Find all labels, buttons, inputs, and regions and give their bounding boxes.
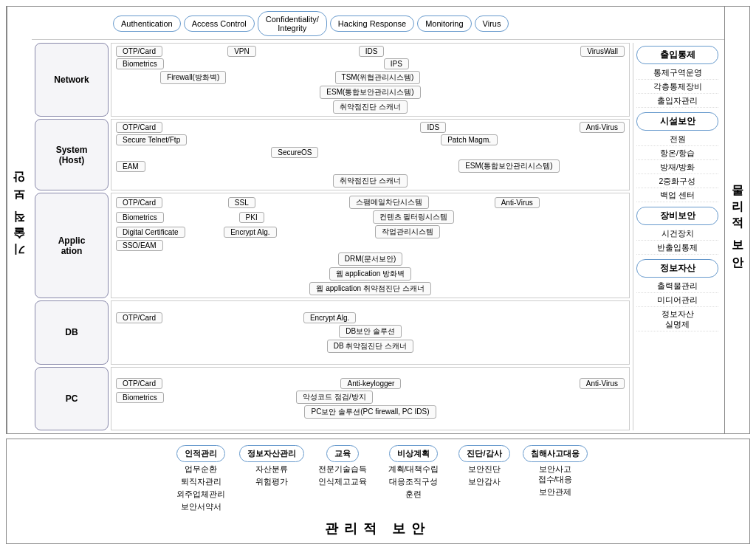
- app-r5: DRM(문서보안): [116, 252, 625, 266]
- asset-title: 정보자산: [636, 259, 718, 278]
- bottom-cat-incident: 침해사고대응 보안사고접수/대응 보안관제: [522, 445, 588, 512]
- app-ssl: SSL: [228, 197, 255, 208]
- emergency-item-2: 훈련: [405, 489, 422, 500]
- audit-title: 진단/감사: [458, 445, 509, 462]
- emergency-item-0: 계획/대책수립: [388, 464, 439, 475]
- incident-item-1: 보안관제: [539, 487, 571, 498]
- app-pki: PKI: [239, 212, 264, 223]
- app-scanner: 웹 application 취약점진단 스캐너: [309, 282, 430, 295]
- equipment-title: 장비보안: [636, 207, 718, 225]
- app-drm: DRM(문서보안): [338, 252, 402, 266]
- network-r5: 취약점진단 스캐너: [116, 100, 625, 114]
- db-otp: OTP/Card: [116, 312, 162, 323]
- system-label: System(Host): [35, 119, 109, 190]
- db-row: DB OTP/Card Encrypt Alg. DB보안 솔루션: [35, 300, 630, 365]
- sys-r3: SecureOS: [116, 147, 625, 158]
- access-item-2: 출입자관리: [636, 95, 718, 108]
- equipment-item-0: 시건장치: [636, 228, 718, 241]
- net-ips: IPS: [384, 58, 409, 69]
- facility-item-3: 2중화구성: [636, 176, 718, 188]
- app-r6: 웹 application 방화벽: [116, 267, 625, 281]
- pc-r3: PC보안 솔루션(PC firewall, PC IDS): [116, 405, 625, 419]
- cat-hacking: Hacking Response: [330, 16, 414, 32]
- app-label: Application: [35, 193, 109, 298]
- bottom-cat-emergency: 비상계획 계획/대책수립 대응조직구성 훈련: [380, 445, 447, 512]
- db-enc: Encrypt Alg.: [303, 312, 356, 323]
- facility-item-1: 항온/항습: [636, 148, 718, 160]
- cat-access-control: Access Control: [184, 16, 255, 32]
- hr-item-3: 보안서약서: [181, 502, 221, 512]
- access-title: 출입통제: [636, 46, 718, 64]
- app-row: Application OTP/Card SSL 스팸메일차단시스템 Anti-…: [35, 193, 630, 298]
- access-item-1: 각층통제장비: [636, 81, 718, 94]
- sys-r5: 취약점진단 스캐너: [116, 174, 625, 188]
- app-r7: 웹 application 취약점진단 스캐너: [116, 282, 625, 295]
- network-r2: Biometrics IPS: [116, 58, 625, 69]
- incident-title: 침해사고대응: [523, 445, 588, 462]
- system-row: System(Host) OTP/Card IDS Anti-Virus Sec…: [35, 119, 630, 190]
- asset-mgmt-title: 정보자산관리: [239, 445, 304, 462]
- asset-item-0: 자산분류: [255, 464, 288, 475]
- cat-confidentiality: Confidentiality/Integrity: [258, 11, 327, 36]
- access-item-0: 통제구역운영: [636, 67, 718, 80]
- bottom-cat-edu: 교육 전문기술습득 인식제고교육: [309, 445, 376, 512]
- network-r4: ESM(통합보안관리시스템): [116, 86, 625, 99]
- app-sso: SSO/EAM: [116, 240, 163, 251]
- hr-item-1: 퇴직자관리: [181, 477, 221, 487]
- edu-item-0: 전문기술습득: [318, 464, 367, 475]
- sys-telnet: Secure Telnet/Ftp: [116, 134, 187, 145]
- center-content: Authentication Access Control Confidenti…: [32, 7, 724, 433]
- sys-r2: Secure Telnet/Ftp Patch Magm.: [116, 134, 625, 145]
- incident-item-0: 보안사고접수/대응: [538, 464, 573, 485]
- sys-r1: OTP/Card IDS Anti-Virus: [116, 122, 625, 133]
- app-enc: Encrypt Alg.: [224, 227, 276, 238]
- asset-item-1: 위험평가: [255, 477, 288, 487]
- db-r3: DB 취약점진단 스캐너: [116, 340, 625, 353]
- bottom-cat-hr: 인적관리 업무순환 퇴직자관리 외주업체관리 보안서약서: [168, 445, 234, 512]
- network-row: Network OTP/Card VPN IDS VirusWall: [35, 43, 630, 117]
- rows-container: Network OTP/Card VPN IDS VirusWall: [35, 43, 630, 430]
- pc-keylog: Anti-keylogger: [340, 378, 401, 389]
- asset-item-0: 출력물관리: [636, 281, 718, 293]
- app-content-filter: 컨텐츠 필터링시스템: [373, 210, 455, 224]
- app-bio: Biometrics: [116, 212, 164, 223]
- equipment-item-1: 반출입통제: [636, 242, 718, 255]
- facility-item-4: 백업 센터: [636, 190, 718, 202]
- hr-item-0: 업무순환: [185, 464, 217, 475]
- net-vpn: VPN: [227, 46, 256, 57]
- main-grid: Network OTP/Card VPN IDS VirusWall: [32, 40, 724, 433]
- app-r4: SSO/EAM: [116, 240, 625, 251]
- net-viruswall: VirusWall: [580, 46, 625, 57]
- edu-item-1: 인식제고교육: [318, 477, 367, 487]
- cat-monitoring: Monitoring: [417, 16, 471, 32]
- hr-item-2: 외주업체관리: [176, 489, 225, 500]
- system-content: OTP/Card IDS Anti-Virus Secure Telnet/Ft…: [111, 119, 630, 190]
- bottom-label: 관리적 보안: [325, 520, 430, 537]
- sys-r4: EAM ESM(통합보안관리시스템): [116, 159, 625, 173]
- db-r1: OTP/Card Encrypt Alg.: [116, 312, 625, 323]
- right-section-access: 출입통제 통제구역운영 각층통제장비 출입자관리: [636, 46, 718, 108]
- sys-otp: OTP/Card: [116, 122, 162, 133]
- db-label: DB: [35, 300, 109, 365]
- pc-content: OTP/Card Anti-keylogger Anti-Virus Biome…: [111, 367, 630, 431]
- bottom-cat-audit: 진단/감사 보안진단 보안감사: [451, 445, 518, 512]
- asset-item-2: 정보자산실명제: [636, 309, 718, 331]
- net-bio: Biometrics: [116, 58, 164, 69]
- net-tsm: TSM(위협관리시스템): [335, 71, 421, 84]
- audit-item-0: 보안진단: [468, 464, 501, 475]
- facility-item-0: 전원: [636, 134, 718, 146]
- sys-patch: Patch Magm.: [441, 134, 498, 145]
- db-sol: DB보안 솔루션: [339, 325, 402, 338]
- pc-malware: 악성코드 점검/방지: [296, 391, 373, 404]
- pc-bio: Biometrics: [116, 392, 164, 403]
- net-ids: IDS: [359, 46, 385, 57]
- sys-esm: ESM(통합보안관리시스템): [458, 159, 559, 173]
- bottom-cats: 인적관리 업무순환 퇴직자관리 외주업체관리 보안서약서 정보자산관리 자산분류…: [168, 445, 588, 512]
- app-spam: 스팸메일차단시스템: [349, 196, 429, 209]
- net-esm: ESM(통합보안관리시스템): [320, 86, 420, 99]
- header-row: Authentication Access Control Confidenti…: [32, 7, 724, 40]
- app-r1: OTP/Card SSL 스팸메일차단시스템 Anti-Virus: [116, 196, 625, 209]
- app-r2: Biometrics PKI 컨텐츠 필터링시스템: [116, 210, 625, 224]
- db-r2: DB보안 솔루션: [116, 325, 625, 338]
- pc-otp: OTP/Card: [116, 378, 162, 389]
